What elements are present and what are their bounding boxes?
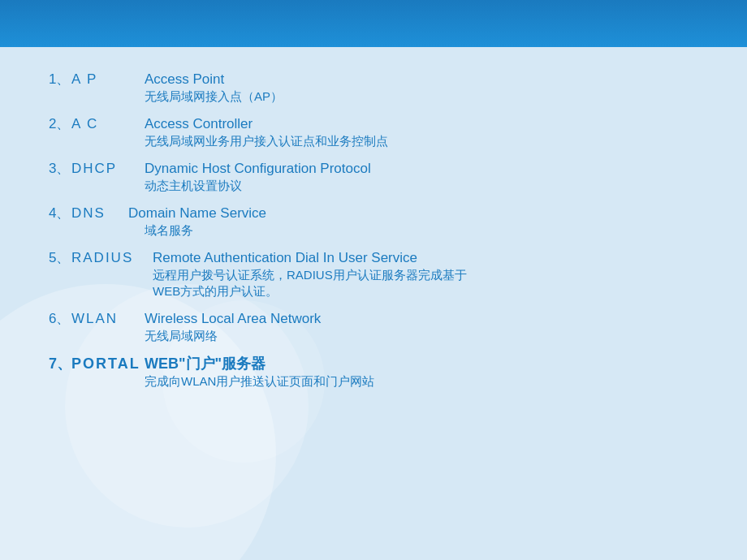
term-sub-5-1: WEB方式的用户认证。 <box>49 284 698 299</box>
term-main-4: 4、DNSDomain Name Service <box>49 204 698 222</box>
term-number-4: 4、 <box>49 204 71 222</box>
term-item-2: 2、A CAccess Controller无线局域网业务用户接入认证点和业务控… <box>49 114 698 149</box>
term-abbr-6: WLAN <box>71 311 145 327</box>
term-sub-6-0: 无线局域网络 <box>49 329 698 344</box>
term-number-1: 1、 <box>49 70 71 88</box>
term-abbr-7: PORTAL <box>71 355 145 373</box>
term-item-7: 7、PORTALWEB"门户"服务器完成向WLAN用户推送认证页面和门户网站 <box>49 354 698 390</box>
term-main-3: 3、DHCPDynamic Host Configuration Protoco… <box>49 159 698 178</box>
term-full-7: WEB"门户"服务器 <box>145 354 266 373</box>
term-sub-7-0: 完成向WLAN用户推送认证页面和门户网站 <box>49 374 698 390</box>
term-item-6: 6、WLANWireless Local Area Network无线局域网络 <box>49 309 698 344</box>
term-item-5: 5、RADIUSRemote Authentication Dial In Us… <box>49 248 698 299</box>
term-full-6: Wireless Local Area Network <box>145 311 321 327</box>
term-sub-3-0: 动态主机设置协议 <box>49 179 698 194</box>
term-main-7: 7、PORTALWEB"门户"服务器 <box>49 354 698 373</box>
term-main-2: 2、A CAccess Controller <box>49 114 698 133</box>
page-header <box>0 0 747 47</box>
term-number-3: 3、 <box>49 159 71 178</box>
term-number-5: 5、 <box>49 248 71 267</box>
term-main-1: 1、A PAccess Point <box>49 70 698 88</box>
term-item-3: 3、DHCPDynamic Host Configuration Protoco… <box>49 159 698 194</box>
term-full-5: Remote Authentication Dial In User Servi… <box>153 250 417 266</box>
term-number-7: 7、 <box>49 354 71 373</box>
term-abbr-4: DNS <box>71 205 128 222</box>
term-list: 1、A PAccess Point无线局域网接入点（AP）2、A CAccess… <box>49 70 698 390</box>
term-full-1: Access Point <box>145 71 224 88</box>
term-full-3: Dynamic Host Configuration Protocol <box>145 161 371 177</box>
term-abbr-1: A P <box>71 71 145 88</box>
term-main-6: 6、WLANWireless Local Area Network <box>49 309 698 328</box>
term-number-6: 6、 <box>49 309 71 328</box>
term-item-4: 4、DNSDomain Name Service域名服务 <box>49 204 698 239</box>
term-item-1: 1、A PAccess Point无线局域网接入点（AP） <box>49 70 698 105</box>
term-main-5: 5、RADIUSRemote Authentication Dial In Us… <box>49 248 698 267</box>
term-full-4: Domain Name Service <box>128 205 266 222</box>
term-abbr-3: DHCP <box>71 161 145 177</box>
term-sub-2-0: 无线局域网业务用户接入认证点和业务控制点 <box>49 134 698 149</box>
term-abbr-5: RADIUS <box>71 250 153 266</box>
term-sub-4-0: 域名服务 <box>49 223 698 239</box>
term-full-2: Access Controller <box>145 116 253 132</box>
term-number-2: 2、 <box>49 114 71 133</box>
term-sub-1-0: 无线局域网接入点（AP） <box>49 89 698 105</box>
main-content: 1、A PAccess Point无线局域网接入点（AP）2、A CAccess… <box>0 47 747 416</box>
term-sub-5-0: 远程用户拨号认证系统，RADIUS用户认证服务器完成基于 <box>49 268 698 283</box>
term-abbr-2: A C <box>71 116 145 132</box>
